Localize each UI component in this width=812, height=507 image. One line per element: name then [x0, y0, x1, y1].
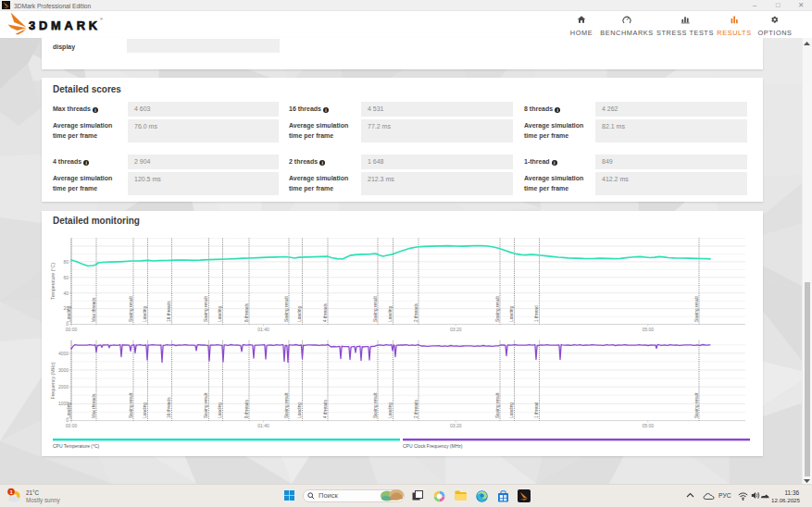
svg-text:Loading: Loading [67, 402, 71, 418]
svg-text:Saving result: Saving result [129, 392, 133, 418]
svg-text:Loading: Loading [143, 306, 147, 322]
svg-text:CPU Temperature (°C): CPU Temperature (°C) [53, 443, 100, 449]
svg-text:Saving result: Saving result [373, 296, 378, 322]
svg-text:CPU Clock Frequency (MHz): CPU Clock Frequency (MHz) [403, 443, 463, 449]
svg-text:40: 40 [63, 291, 69, 296]
svg-text:Loading: Loading [218, 306, 222, 322]
svg-text:Frequency (MHz): Frequency (MHz) [50, 362, 56, 399]
svg-text:1 thread: 1 thread [534, 402, 539, 418]
svg-text:4000: 4000 [58, 351, 69, 356]
svg-text:Saving result: Saving result [495, 392, 500, 418]
svg-text:Loading: Loading [143, 402, 147, 418]
svg-text:60: 60 [63, 275, 69, 280]
svg-text:2 threads: 2 threads [414, 303, 418, 322]
svg-text:Saving result: Saving result [284, 296, 289, 322]
svg-text:Saving result: Saving result [694, 296, 699, 322]
svg-text:05:00: 05:00 [643, 423, 655, 428]
svg-text:05:00: 05:00 [643, 327, 655, 332]
svg-text:Loading: Loading [218, 402, 222, 418]
svg-text:03:20: 03:20 [450, 327, 462, 332]
svg-text:Saving result: Saving result [495, 296, 500, 322]
svg-text:00:00: 00:00 [66, 327, 78, 332]
svg-text:16 threads: 16 threads [167, 301, 171, 322]
svg-text:1 thread: 1 thread [534, 305, 539, 322]
svg-text:3000: 3000 [58, 367, 69, 373]
svg-text:Saving result: Saving result [373, 392, 378, 418]
svg-text:Loading: Loading [388, 402, 393, 418]
svg-text:Loading: Loading [297, 306, 302, 322]
svg-text:Saving result: Saving result [204, 296, 208, 322]
svg-text:01:40: 01:40 [257, 327, 269, 332]
svg-text:Saving result: Saving result [694, 392, 699, 418]
svg-text:Loading: Loading [509, 402, 514, 418]
svg-text:2000: 2000 [58, 384, 69, 390]
svg-text:16 threads: 16 threads [167, 397, 171, 418]
svg-text:01:40: 01:40 [257, 423, 269, 428]
svg-text:Loading: Loading [67, 306, 71, 322]
svg-text:Loading: Loading [388, 306, 393, 322]
svg-text:4 threads: 4 threads [323, 399, 328, 418]
svg-text:Temperature (°C): Temperature (°C) [50, 263, 56, 300]
svg-text:Saving result: Saving result [204, 392, 208, 418]
svg-text:8 threads: 8 threads [244, 399, 249, 418]
svg-text:Loading: Loading [509, 306, 514, 322]
svg-text:8 threads: 8 threads [244, 303, 249, 322]
svg-text:Max threads: Max threads [92, 297, 96, 322]
svg-text:Saving result: Saving result [284, 392, 289, 418]
svg-text:00:00: 00:00 [66, 423, 78, 428]
svg-text:2 threads: 2 threads [414, 399, 418, 418]
svg-text:4 threads: 4 threads [323, 303, 328, 322]
svg-text:80: 80 [63, 259, 69, 265]
svg-text:Max threads: Max threads [92, 393, 96, 418]
svg-text:Loading: Loading [297, 402, 302, 418]
svg-text:Saving result: Saving result [129, 296, 133, 322]
svg-text:03:20: 03:20 [450, 423, 462, 428]
